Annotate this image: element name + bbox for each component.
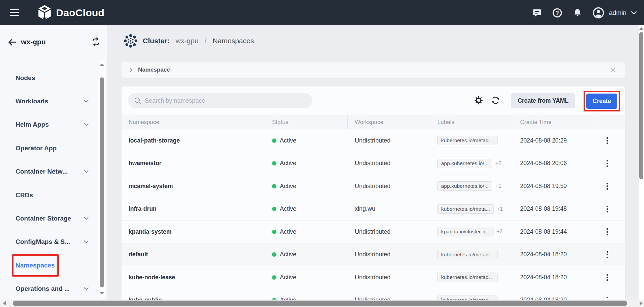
status-text: Active [280,160,296,167]
accordion-title: Namespace [138,67,170,73]
scrollbar-thumb[interactable] [100,77,104,287]
status-text: Active [280,251,296,258]
sidebar-cluster-name: wx-gpu [21,38,46,46]
status-dot-icon [272,230,276,234]
cell-create-time: 2024-08-08 19:48 [513,205,595,212]
label-chip: kpanda.io/cluster-n... [437,227,493,236]
search-input[interactable] [145,97,300,104]
sidebar-item-nodes[interactable]: Nodes [0,66,98,89]
create-from-yaml-button[interactable]: Create from YAML [511,93,575,108]
cell-create-time: 2024-08-08 19:59 [513,183,595,190]
scrollbar-thumb[interactable] [639,32,643,179]
table-row[interactable]: kube-node-lease Active Undistributed kub… [122,266,625,289]
scroll-left-arrow-icon[interactable] [3,301,6,305]
cell-workspace: Undistributed [348,251,430,258]
scroll-up-arrow-icon[interactable] [100,63,104,66]
brand-name: DaoCloud [56,7,104,19]
sidebar-item-configmaps-s[interactable]: ConfigMaps & S... [0,230,98,254]
username: admin [609,9,626,17]
svg-text:?: ? [556,9,559,16]
status-text: Active [280,228,296,235]
cell-create-time: 2024-08-04 18:20 [513,274,595,281]
cell-status: Active [265,251,348,258]
create-button[interactable]: Create [586,94,617,109]
sidebar-item-namespaces[interactable]: Namespaces [0,254,98,277]
kebab-menu-icon[interactable] [605,158,610,169]
scroll-right-arrow-icon[interactable] [640,301,643,305]
cluster-dots-icon [123,33,138,48]
hamburger-menu-icon[interactable] [10,8,20,17]
cell-create-time: 2024-08-04 18:20 [513,251,595,258]
status-dot-icon [272,207,276,211]
sidebar-scrollbar[interactable] [99,60,105,298]
table-body: local-path-storage Active Undistributed … [122,129,625,307]
kebab-menu-icon[interactable] [605,249,610,260]
sidebar-item-label: Operator App [16,145,57,152]
cell-status: Active [265,137,348,144]
label-chip: kubernetes.io/metadat... [437,136,498,145]
kebab-menu-icon[interactable] [605,226,610,237]
switch-cluster-icon[interactable] [91,37,101,47]
chat-icon[interactable] [532,8,542,18]
back-arrow-icon[interactable] [7,37,17,47]
cell-workspace: Undistributed [348,274,430,281]
cell-namespace-name: default [122,251,265,258]
table-row[interactable]: default Active Undistributed kubernetes.… [122,244,625,266]
status-text: Active [280,205,296,212]
cell-labels: kubernetes.io/metadat... [430,250,513,259]
namespace-accordion[interactable]: Namespace [122,62,625,78]
notifications-bell-icon[interactable] [572,8,583,18]
sidebar-item-operator-app[interactable]: Operator App [0,136,98,160]
user-menu[interactable]: admin [593,7,637,19]
refresh-icon[interactable] [491,96,501,105]
cell-status: Active [265,205,348,212]
cell-labels: app.kubernetes.io/... +1 [430,181,513,191]
table-row[interactable]: local-path-storage Active Undistributed … [122,129,625,152]
sidebar-item-label: ConfigMaps & S... [16,238,70,246]
sidebar-item-label: Container Storage [16,215,71,222]
sidebar-item-container-netw[interactable]: Container Netw... [0,160,98,183]
kebab-menu-icon[interactable] [605,272,610,283]
chevron-right-icon [130,68,133,72]
kebab-menu-icon[interactable] [605,204,610,215]
sidebar-item-operations-and[interactable]: Operations and ... [0,277,98,301]
cell-actions [595,181,625,192]
cell-create-time: 2024-08-08 19:44 [513,228,595,235]
kebab-menu-icon[interactable] [605,181,610,192]
cell-workspace: Undistributed [348,137,430,144]
sidebar-item-container-storage[interactable]: Container Storage [0,207,98,230]
cell-namespace-name: local-path-storage [122,137,265,144]
table-row[interactable]: kpanda-system Active Undistributed kpand… [122,221,625,244]
close-icon[interactable] [610,66,617,74]
sidebar-item-workloads[interactable]: Workloads [0,89,98,113]
vertical-scrollbar[interactable] [639,25,644,307]
table-row[interactable]: infra-drun Active xing.wu kubernetes.io/… [122,198,625,221]
gear-icon[interactable] [474,96,484,105]
status-dot-icon [272,252,276,257]
table-row[interactable]: hwameistor Active Undistributed app.kube… [122,152,625,175]
horizontal-scrollbar[interactable] [0,300,644,307]
cell-namespace-name: hwameistor [122,160,265,167]
cell-actions [595,249,625,260]
table-row[interactable]: mcamel-system Active Undistributed app.k… [122,175,625,198]
help-icon[interactable]: ? [552,8,562,18]
status-text: Active [280,274,296,281]
breadcrumb-cluster[interactable]: wx-gpu [176,37,198,45]
sidebar-item-helm-apps[interactable]: Helm Apps [0,113,98,136]
kebab-menu-icon[interactable] [605,135,610,146]
brand[interactable]: DaoCloud [37,5,104,21]
sidebar-menu: Nodes Workloads Helm Apps Operator App C… [0,66,98,301]
cell-create-time: 2024-08-08 20:29 [513,137,595,144]
scroll-up-arrow-icon[interactable] [639,27,643,30]
sidebar-item-crds[interactable]: CRDs [0,183,98,207]
search-icon [134,97,141,104]
avatar-icon [593,7,604,19]
status-text: Active [280,183,296,190]
cell-labels: kubernetes.io/metadat... [430,136,513,145]
scrollbar-thumb[interactable] [13,301,627,306]
search-box [128,93,312,108]
scroll-down-arrow-icon[interactable] [100,292,104,295]
column-header-workspace: Workspace [348,115,430,129]
cell-namespace-name: infra-drun [122,205,265,212]
divider [8,61,97,61]
